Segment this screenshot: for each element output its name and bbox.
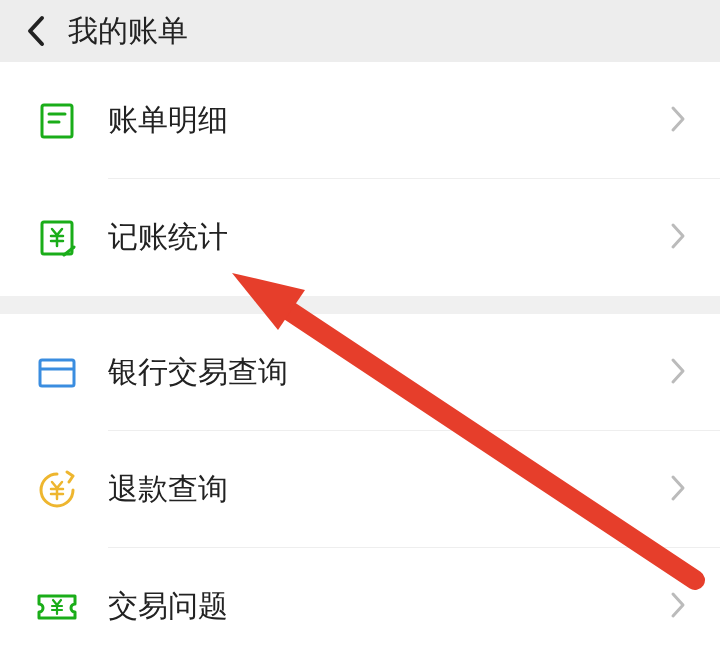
row-label: 记账统计 [108, 217, 670, 258]
header: 我的账单 [0, 0, 720, 62]
row-label: 退款查询 [108, 469, 670, 510]
chevron-right-icon [670, 591, 692, 623]
row-bill-details[interactable]: 账单明细 [0, 62, 720, 179]
refund-icon [36, 469, 78, 511]
chevron-right-icon [670, 357, 692, 389]
row-accounting-stats[interactable]: 记账统计 [0, 179, 720, 296]
chevron-right-icon [670, 105, 692, 137]
row-bank-transaction-query[interactable]: 银行交易查询 [0, 314, 720, 431]
document-icon [36, 100, 78, 142]
back-button[interactable] [18, 13, 54, 49]
row-label: 银行交易查询 [108, 352, 670, 393]
chevron-right-icon [670, 474, 692, 506]
row-refund-query[interactable]: 退款查询 [0, 431, 720, 548]
chevron-right-icon [670, 222, 692, 254]
page-title: 我的账单 [68, 11, 188, 52]
section-2: 银行交易查询 退款查询 交易问题 [0, 314, 720, 648]
row-transaction-issues[interactable]: 交易问题 [0, 548, 720, 648]
chevron-left-icon [26, 15, 46, 47]
section-1: 账单明细 记账统计 [0, 62, 720, 296]
ticket-yen-icon [36, 586, 78, 628]
svg-rect-5 [40, 360, 74, 386]
row-label: 交易问题 [108, 586, 670, 627]
row-label: 账单明细 [108, 100, 670, 141]
card-icon [36, 352, 78, 394]
yen-receipt-icon [36, 217, 78, 259]
